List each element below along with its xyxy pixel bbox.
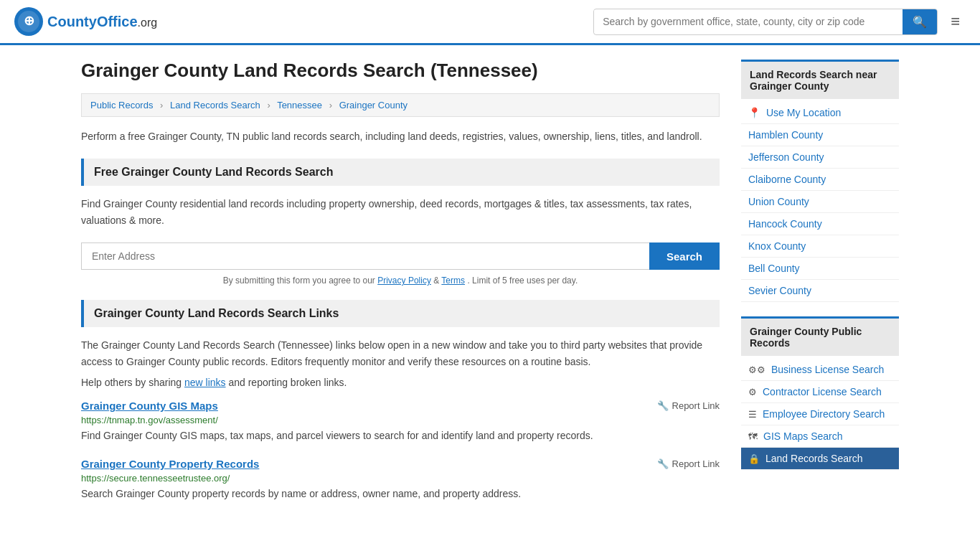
sidebar-business-license[interactable]: ⚙⚙ Business License Search: [741, 359, 899, 381]
header-right: 🔍 ≡: [593, 9, 966, 35]
address-search-form: Search By submitting this form you agree…: [81, 242, 720, 286]
property-records-url: https://secure.tennesseetrustee.org/: [81, 473, 720, 484]
public-records-section: Grainger County Public Records ⚙⚙ Busine…: [741, 316, 899, 470]
sidebar-employee-directory[interactable]: ☰ Employee Directory Search: [741, 403, 899, 425]
new-links-link[interactable]: new links: [184, 377, 226, 388]
link-item-gis: Grainger County GIS Maps 🔧 Report Link h…: [81, 400, 720, 443]
lock-icon: 🔒: [748, 453, 760, 464]
sidebar: Land Records Search near Grainger County…: [741, 60, 899, 516]
breadcrumb-tennessee[interactable]: Tennessee: [277, 100, 322, 110]
property-records-link[interactable]: Grainger County Property Records: [81, 458, 259, 470]
breadcrumb-grainger-county[interactable]: Grainger County: [339, 100, 407, 110]
breadcrumb: Public Records › Land Records Search › T…: [81, 93, 720, 117]
links-section-heading: Grainger County Land Records Search Link…: [81, 300, 720, 327]
main-container: Grainger County Land Records Search (Ten…: [60, 45, 920, 530]
gear-icon: ⚙: [748, 387, 757, 397]
sidebar-bell[interactable]: Bell County: [741, 258, 899, 280]
link-item-property: Grainger County Property Records 🔧 Repor…: [81, 458, 720, 501]
share-links-text: Help others by sharing new links and rep…: [81, 377, 720, 388]
nearby-section-header: Land Records Search near Grainger County: [741, 60, 899, 99]
sidebar-knox[interactable]: Knox County: [741, 235, 899, 258]
use-location-item[interactable]: 📍 Use My Location: [741, 102, 899, 124]
page-title: Grainger County Land Records Search (Ten…: [81, 60, 720, 82]
header-search-bar: 🔍: [593, 9, 938, 35]
use-location-link[interactable]: Use My Location: [766, 107, 841, 118]
address-input[interactable]: [81, 242, 649, 270]
links-description: The Grainger County Land Records Search …: [81, 337, 720, 369]
sidebar-claiborne[interactable]: Claiborne County: [741, 169, 899, 191]
form-disclaimer: By submitting this form you agree to our…: [81, 276, 720, 286]
nearby-section: Land Records Search near Grainger County…: [741, 60, 899, 302]
sidebar-union[interactable]: Union County: [741, 191, 899, 213]
sidebar-hancock[interactable]: Hancock County: [741, 213, 899, 235]
list-icon: ☰: [748, 409, 757, 420]
free-search-description: Find Grainger County residential land re…: [81, 196, 720, 228]
header-search-input[interactable]: [594, 10, 903, 33]
sidebar-gis-maps[interactable]: 🗺 GIS Maps Search: [741, 425, 899, 448]
public-records-header: Grainger County Public Records: [741, 316, 899, 356]
property-records-description: Search Grainger County property records …: [81, 486, 720, 501]
page-description: Perform a free Grainger County, TN publi…: [81, 128, 720, 144]
privacy-policy-link[interactable]: Privacy Policy: [377, 276, 431, 286]
sidebar-contractor-license[interactable]: ⚙ Contractor License Search: [741, 381, 899, 403]
gis-maps-link[interactable]: Grainger County GIS Maps: [81, 400, 218, 412]
address-search-row: Search: [81, 242, 720, 270]
gear-double-icon: ⚙⚙: [748, 364, 765, 375]
free-search-heading: Free Grainger County Land Records Search: [81, 159, 720, 186]
content-area: Grainger County Land Records Search (Ten…: [81, 60, 720, 516]
header-search-button[interactable]: 🔍: [903, 9, 937, 34]
hamburger-menu-icon[interactable]: ≡: [945, 9, 966, 34]
site-header: ⊕ CountyOffice.org 🔍 ≡: [0, 0, 980, 45]
search-button[interactable]: Search: [649, 242, 720, 270]
gis-maps-description: Find Grainger County GIS maps, tax maps,…: [81, 428, 720, 443]
pin-icon: 📍: [748, 107, 760, 118]
sidebar-land-records[interactable]: 🔒 Land Records Search: [741, 448, 899, 470]
links-section: Grainger County Land Records Search Link…: [81, 300, 720, 501]
breadcrumb-land-records[interactable]: Land Records Search: [170, 100, 260, 110]
logo-text: CountyOffice.org: [47, 14, 157, 30]
logo-area: ⊕ CountyOffice.org: [14, 7, 157, 36]
breadcrumb-public-records[interactable]: Public Records: [90, 100, 153, 110]
sidebar-hamblen[interactable]: Hamblen County: [741, 124, 899, 146]
sidebar-sevier[interactable]: Sevier County: [741, 280, 899, 302]
gis-maps-url: https://tnmap.tn.gov/assessment/: [81, 415, 720, 425]
map-icon: 🗺: [748, 431, 758, 442]
report-gis-link-button[interactable]: 🔧 Report Link: [657, 400, 720, 411]
sidebar-jefferson[interactable]: Jefferson County: [741, 146, 899, 169]
terms-link[interactable]: Terms: [441, 276, 465, 286]
svg-text:⊕: ⊕: [24, 14, 34, 28]
report-property-link-button[interactable]: 🔧 Report Link: [657, 458, 720, 469]
logo-icon: ⊕: [14, 7, 43, 36]
